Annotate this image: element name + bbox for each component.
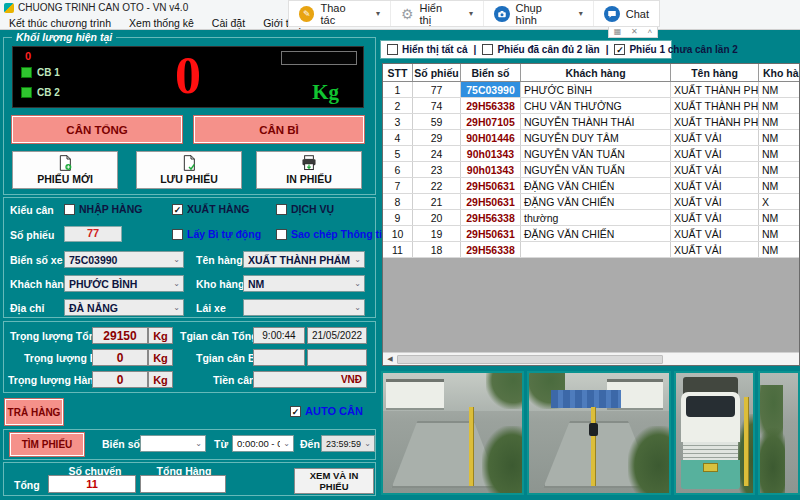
- menu-exit[interactable]: Kết thúc chương trình: [0, 17, 120, 29]
- dich-vu-checkbox[interactable]: DỊCH VỤ: [276, 203, 334, 215]
- col-bien-so[interactable]: Biển số: [461, 64, 521, 81]
- trong-luong-hang-label: Trọng lượng Hàng: [8, 374, 100, 386]
- chevron-down-icon: ⌄: [351, 279, 364, 288]
- gross-date-field: 21/05/2022: [307, 327, 367, 344]
- app-window: CHUONG TRINH CAN OTO - VN v4.0 Kết thúc …: [0, 0, 800, 500]
- col-kho-hang[interactable]: Kho hàng: [759, 64, 800, 81]
- lai-xe-select[interactable]: ⌄: [243, 299, 365, 316]
- net-weight-unit: Kg: [148, 371, 173, 388]
- den-select[interactable]: 23:59:59 - 2⌄: [321, 435, 375, 452]
- hien-thi-tat-ca-checkbox[interactable]: Hiển thị tất cả: [387, 44, 468, 55]
- records-table: STT Số phiếu Biển số Khách hàng Tên hàng…: [382, 63, 800, 366]
- gross-weight-value: 29150: [92, 327, 148, 344]
- chevron-down-icon[interactable]: ▾: [469, 9, 473, 18]
- so-chuyen-value: 11: [48, 475, 136, 493]
- chat-icon: [604, 6, 620, 22]
- so-phieu-label: Số phiếu: [10, 229, 54, 241]
- camera-4-view: [758, 371, 800, 495]
- save-ticket-button[interactable]: LƯU PHIẾU: [136, 151, 242, 189]
- kho-hang-select[interactable]: NM⌄: [243, 275, 365, 292]
- table-row[interactable]: 92029H56338thườngXUẤT VẢINM: [383, 210, 799, 226]
- col-khach-hang[interactable]: Khách hàng: [521, 64, 671, 81]
- nhap-hang-checkbox[interactable]: NHẬP HÀNG: [64, 203, 142, 215]
- bien-so-xe-select[interactable]: 75C03990⌄: [64, 251, 184, 268]
- scrollbar-thumb[interactable]: [397, 355, 663, 364]
- can-bi-button[interactable]: CÂN BÌ: [194, 116, 364, 143]
- table-row[interactable]: 17775C03990PHƯỚC BÌNHXUẤT THÀNH PHẨMNM: [383, 82, 799, 98]
- record-filter-bar: Hiển thị tất cả | Phiếu đã cân đủ 2 lần …: [380, 40, 672, 59]
- table-row[interactable]: 101929H50631ĐẶNG VĂN CHIẾNXUẤT VẢINM: [383, 226, 799, 242]
- menu-settings[interactable]: Cài đặt: [203, 17, 254, 29]
- sao-chep-checkbox[interactable]: Sao chép Thông tin: [276, 228, 388, 240]
- new-ticket-button[interactable]: PHIẾU MỚI: [12, 151, 118, 189]
- title-bar: CHUONG TRINH CAN OTO - VN v4.0: [0, 0, 188, 15]
- window-title: CHUONG TRINH CAN OTO - VN v4.0: [18, 2, 188, 13]
- print-ticket-button[interactable]: IN PHIẾU: [256, 151, 362, 189]
- tra-hang-button[interactable]: TRẢ HÀNG: [5, 399, 63, 425]
- chevron-down-icon: ⌄: [361, 439, 374, 448]
- tu-label: Từ: [214, 438, 228, 450]
- can-tong-button[interactable]: CÂN TỔNG: [12, 116, 182, 143]
- tong-label: Tổng: [14, 479, 40, 491]
- grid-icon[interactable]: ▦: [614, 28, 622, 36]
- bien-so-xe-label: Biển số xe: [10, 254, 63, 266]
- save-document-icon: [181, 155, 197, 171]
- table-row[interactable]: 42990H01446NGUYỄN DUY TÂMXUẤT VẢINM: [383, 130, 799, 146]
- camera-2-view: [527, 371, 671, 495]
- col-so-phieu[interactable]: Số phiếu: [413, 64, 461, 81]
- printer-icon: [301, 155, 317, 171]
- close-icon[interactable]: ✕: [631, 28, 638, 36]
- table-row[interactable]: 72229H50631ĐẶNG VĂN CHIẾNXUẤT VẢINM: [383, 178, 799, 194]
- hien-thi-button[interactable]: ⚙ Hiển thị ▾: [391, 1, 484, 26]
- gross-weight-unit: Kg: [148, 327, 173, 344]
- phieu-da-can-checkbox[interactable]: Phiếu đã cân đủ 2 lần: [482, 44, 599, 55]
- weight-group-title: Khối lượng hiện tại: [12, 31, 116, 43]
- chevron-down-icon[interactable]: ▾: [376, 9, 380, 18]
- table-row[interactable]: 111829H56338XUẤT VẢINM: [383, 242, 799, 258]
- camera-icon: [494, 6, 510, 22]
- records-table-header: STT Số phiếu Biển số Khách hàng Tên hàng…: [383, 64, 799, 82]
- weight-display: 0 CB 1 CB 2 0 Kg: [12, 46, 364, 108]
- auto-can-checkbox[interactable]: AUTO CÂN: [290, 405, 363, 417]
- scroll-left-arrow-icon[interactable]: ◀: [383, 353, 397, 365]
- records-table-body: 17775C03990PHƯỚC BÌNHXUẤT THÀNH PHẨMNM27…: [383, 82, 799, 258]
- ten-hang-select[interactable]: XUẤT THÀNH PHẨM⌄: [243, 251, 365, 268]
- col-ten-hang[interactable]: Tên hàng: [671, 64, 759, 81]
- dia-chi-select[interactable]: ĐÀ NẴNG⌄: [64, 299, 184, 316]
- app-icon: [4, 3, 14, 13]
- kho-hang-label: Kho hàng: [196, 278, 244, 290]
- table-row[interactable]: 62390h01343NGUYỄN VĂN TUẤNXUẤT VẢINM: [383, 162, 799, 178]
- table-row[interactable]: 35929H07105NGUYỄN THÀNH THÁIXUẤT THÀNH P…: [383, 114, 799, 130]
- khach-hang-select[interactable]: PHƯỚC BÌNH⌄: [64, 275, 184, 292]
- xuat-hang-checkbox[interactable]: XUẤT HÀNG: [172, 203, 249, 215]
- chat-button[interactable]: Chat: [594, 1, 659, 26]
- horizontal-scrollbar[interactable]: ◀: [383, 352, 799, 365]
- pencil-icon: ✎: [299, 6, 314, 22]
- chevron-down-icon[interactable]: ▾: [579, 9, 583, 18]
- current-weight-value: 0: [13, 49, 363, 104]
- table-row[interactable]: 27429H56338CHU VĂN THƯỞNGXUẤT THÀNH PHẨM…: [383, 98, 799, 114]
- thao-tac-button[interactable]: ✎ Thao tác ▾: [289, 1, 391, 26]
- col-stt[interactable]: STT: [383, 64, 413, 81]
- lay-bi-checkbox[interactable]: Lấy Bì tự động: [172, 228, 261, 240]
- tu-select[interactable]: 0:00:00 - 0⌄: [232, 435, 294, 452]
- menu-statistics[interactable]: Xem thống kê: [120, 17, 203, 29]
- tare-time-field: [253, 349, 305, 366]
- so-phieu-field[interactable]: 77: [64, 226, 122, 242]
- tgian-can-tong-label: Tgian cân Tổng: [180, 330, 258, 342]
- chevron-down-icon: ⌄: [170, 255, 183, 264]
- chup-hinh-button[interactable]: Chụp hình ▾: [484, 1, 594, 26]
- kieu-can-label: Kiểu cân: [10, 204, 54, 216]
- den-label: Đến: [300, 438, 320, 450]
- tim-phieu-button[interactable]: TÌM PHIẾU: [10, 433, 84, 456]
- table-row[interactable]: 82129H50631ĐẶNG VĂN CHIẾNXUẤT VẢIX: [383, 194, 799, 210]
- fee-field[interactable]: VNĐ: [253, 371, 367, 388]
- xem-va-in-phieu-button[interactable]: XEM VÀ IN PHIẾU: [294, 468, 374, 494]
- new-document-icon: [57, 155, 73, 171]
- tgian-can-bi-label: Tgian cân Bì: [196, 352, 258, 364]
- collapse-icon[interactable]: ˄: [647, 28, 652, 36]
- phieu-chua-can-checkbox[interactable]: Phiếu 1 chưa cân lần 2: [614, 44, 737, 55]
- table-row[interactable]: 52490h01343NGUYỄN VĂN TUẤNXUẤT VẢINM: [383, 146, 799, 162]
- quick-toolbar: ✎ Thao tác ▾ ⚙ Hiển thị ▾ Chụp hình ▾ Ch…: [288, 0, 660, 27]
- search-bien-so-select[interactable]: ⌄: [140, 435, 206, 452]
